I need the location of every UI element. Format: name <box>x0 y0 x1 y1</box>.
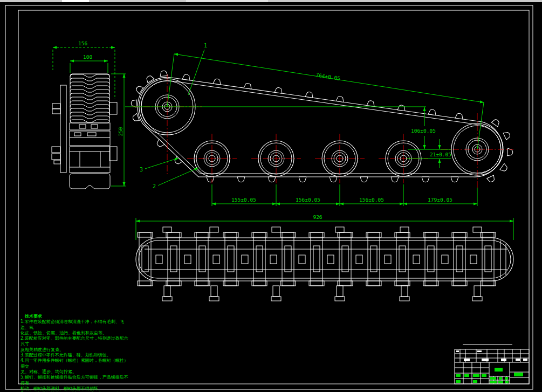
tech-note-line: 2.装配前应对零、部件的主要配合尺寸，特别是过盈配合尺寸 <box>20 336 128 347</box>
tech-note-line: 及相关精度进行复查。 <box>20 347 128 353</box>
title-block <box>455 345 529 384</box>
callout-1: 1 <box>204 43 207 49</box>
callout-3: 3 <box>140 167 143 173</box>
dim-spacing-3: 156±0.05 <box>359 197 384 203</box>
tech-notes-title: 技术要求 <box>25 314 128 319</box>
dim-spacing-4: 179±0.05 <box>428 197 452 203</box>
cad-canvas[interactable]: 156 100 250 <box>0 0 542 392</box>
tech-note-line: 5.铆钉、铆接和被铆接件贴合后方可铆接，产品铆接后不得有 <box>20 375 128 386</box>
tech-note-line: 叉、对称、逐步、均匀拧紧。 <box>20 369 128 375</box>
plan-view: 926 <box>136 214 513 301</box>
dim-sprocket-drop: 106±0.05 <box>411 128 436 134</box>
dim-left-tread-width: 100 <box>83 54 92 60</box>
dim-left-height: 250 <box>118 127 124 136</box>
side-view: 764±0.05 106±0.05 21±0.05 155±0.05 156±0… <box>125 43 513 206</box>
dim-center-distance: 764±0.05 <box>315 72 341 81</box>
tech-notes: 技术要求 1.零件在装配前必须清理和清洗干净，不得有毛刺、飞边、氧 化皮、锈蚀、… <box>20 314 128 392</box>
dim-left-overall-width: 156 <box>78 40 87 46</box>
dim-spacing-1: 155±0.05 <box>231 197 256 203</box>
callout-2: 2 <box>153 183 156 189</box>
tech-note-line: 4.同一零件用多件螺钉（螺栓）紧固时，各螺钉（螺栓）需交 <box>20 358 128 369</box>
left-view: 156 100 250 <box>52 40 126 189</box>
dim-plan-length: 926 <box>313 214 322 220</box>
dim-roller-drop: 21±0.05 <box>430 152 451 157</box>
tech-note-line: 3.装配过程中零件不允许磕、碰、划伤和锈蚀。 <box>20 353 128 358</box>
dim-spacing-2: 156±0.05 <box>296 197 320 203</box>
tech-note-line: 1.零件在装配前必须清理和清洗干净，不得有毛刺、飞边、氧 <box>20 319 128 331</box>
tech-note-line: 松动、铆钉头部歪斜、铆钉头部不得损坏。 <box>20 386 128 391</box>
tech-note-line: 化皮、锈蚀、切屑、油污、着色剂和灰尘等。 <box>20 331 128 336</box>
